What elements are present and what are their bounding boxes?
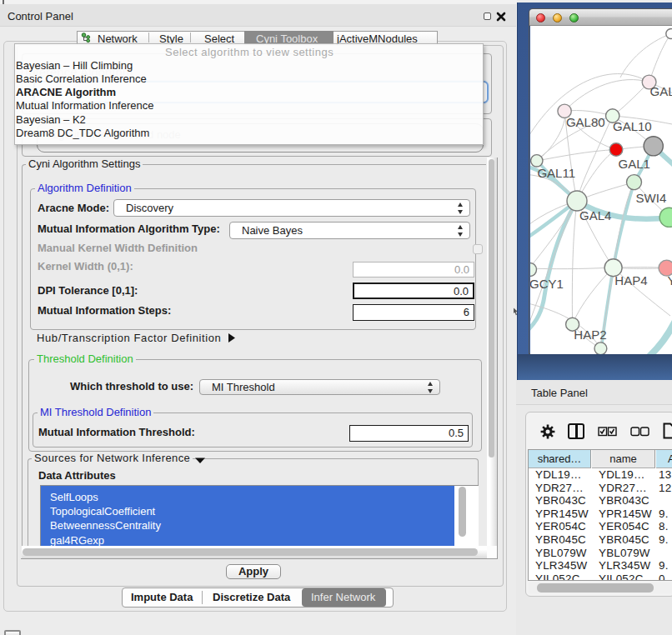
svg-text:SWI4: SWI4 <box>636 191 667 205</box>
svg-text:GCY1: GCY1 <box>530 277 564 291</box>
svg-text:GAL1: GAL1 <box>619 157 650 171</box>
svg-text:GAL2: GAL2 <box>650 84 672 98</box>
svg-text:Y: Y <box>668 273 672 288</box>
svg-text:GAL4: GAL4 <box>579 208 611 222</box>
svg-text:GAL80: GAL80 <box>566 115 605 129</box>
svg-text:HAP2: HAP2 <box>574 328 606 342</box>
svg-text:HAP4: HAP4 <box>614 273 647 288</box>
svg-text:GAL11: GAL11 <box>537 166 575 180</box>
svg-text:GAL10: GAL10 <box>613 119 652 133</box>
